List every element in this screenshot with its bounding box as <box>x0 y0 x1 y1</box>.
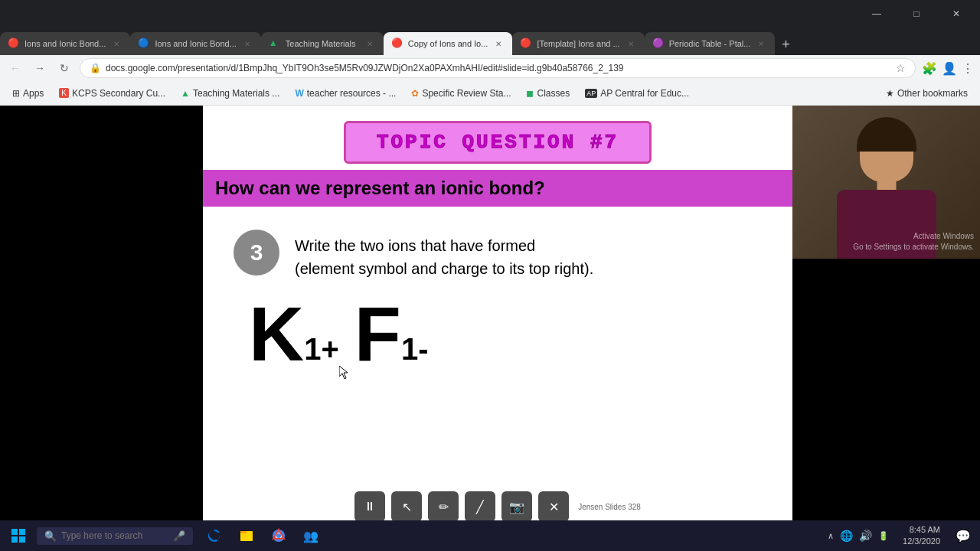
star-icon[interactable]: ☆ <box>896 62 906 74</box>
system-tray: ∧ 🌐 🔊 🔋 8:45 AM 12/3/2020 💬 <box>823 522 977 549</box>
taskbar-chrome-icon[interactable] <box>263 522 294 549</box>
close-toolbar-button[interactable]: ✕ <box>538 491 569 522</box>
presentation-toolbar: ⏸ ↖ ✏ ╱ 📷 ✕ Jensen Slides 328 <box>203 491 792 522</box>
address-text[interactable]: docs.google.com/presentation/d/1BmpJhq_Y… <box>106 63 891 73</box>
ion1-symbol: K <box>249 295 304 372</box>
microphone-icon[interactable]: 🎤 <box>173 530 185 542</box>
tray-network-icon[interactable]: 🌐 <box>840 530 853 542</box>
tab-1-favicon: 🔴 <box>8 37 20 50</box>
tab-1-title: Ions and Ionic Bond... <box>24 39 106 48</box>
pause-icon: ⏸ <box>364 500 376 514</box>
taskbar-edge-icon[interactable] <box>199 522 230 549</box>
bookmark-teacher-label: teacher resources - ... <box>307 88 397 99</box>
tab-3[interactable]: ▲ Teaching Materials ✕ <box>261 32 384 55</box>
reload-button[interactable]: ↻ <box>55 59 74 77</box>
back-button[interactable]: ← <box>6 59 24 77</box>
topic-header: TOPIC QUESTION #7 <box>377 131 619 154</box>
line-button[interactable]: ╱ <box>465 491 495 522</box>
windows-logo-icon <box>11 529 25 543</box>
activate-windows-watermark: Activate Windows Go to Settings to activ… <box>853 231 974 253</box>
line-icon: ╱ <box>476 500 484 514</box>
tray-battery-icon[interactable]: 🔋 <box>878 531 889 541</box>
tray-up-arrow-icon[interactable]: ∧ <box>828 531 834 541</box>
webcam-feed: Activate Windows Go to Settings to activ… <box>792 106 980 259</box>
address-bar-row: ← → ↻ 🔒 docs.google.com/presentation/d/1… <box>0 55 980 81</box>
slide-content: TOPIC QUESTION #7 How can we represent a… <box>203 106 792 551</box>
taskbar-search-input[interactable] <box>61 530 168 541</box>
forward-button[interactable]: → <box>31 59 49 77</box>
step-circle: 3 <box>234 230 279 276</box>
ion2-symbol: F <box>354 295 401 372</box>
teaching-icon: ▲ <box>181 88 190 99</box>
tab-3-title: Teaching Materials <box>286 39 359 48</box>
teacher-resources-icon: W <box>295 88 303 99</box>
tab-6-favicon: 🟣 <box>652 37 665 50</box>
tab-5-close[interactable]: ✕ <box>625 37 637 50</box>
sidebar-right: Activate Windows Go to Settings to activ… <box>792 106 980 551</box>
activate-windows-line1: Activate Windows <box>853 231 974 242</box>
bookmark-apps[interactable]: ⊞ Apps <box>6 86 50 100</box>
maximize-button[interactable]: □ <box>899 0 934 28</box>
tab-5-favicon: 🔴 <box>520 37 532 50</box>
specific-review-icon: ✿ <box>411 88 419 99</box>
tab-3-favicon: ▲ <box>269 37 281 50</box>
apps-icon: ⊞ <box>12 88 20 99</box>
bookmarks-bar: ⊞ Apps K KCPS Secondary Cu... ▲ Teaching… <box>0 81 980 106</box>
svg-rect-2 <box>19 529 25 535</box>
pause-button[interactable]: ⏸ <box>354 491 385 522</box>
bookmark-classes[interactable]: ◼ Classes <box>520 86 576 100</box>
classes-icon: ◼ <box>526 88 534 99</box>
menu-icon[interactable]: ⋮ <box>962 61 974 76</box>
pointer-icon: ↖ <box>402 500 412 514</box>
taskbar-clock[interactable]: 8:45 AM 12/3/2020 <box>897 524 946 548</box>
other-bookmarks-icon: ★ <box>886 88 894 99</box>
profile-icon[interactable]: 👤 <box>942 61 957 76</box>
taskbar-explorer-icon[interactable] <box>231 522 262 549</box>
tray-volume-icon[interactable]: 🔊 <box>859 530 872 542</box>
bookmark-kcps[interactable]: K KCPS Secondary Cu... <box>53 86 172 100</box>
pointer-button[interactable]: ↖ <box>391 491 422 522</box>
svg-rect-4 <box>19 536 25 543</box>
start-button[interactable] <box>3 522 34 549</box>
taskbar-teams-icon[interactable]: 👥 <box>296 522 326 549</box>
tab-3-close[interactable]: ✕ <box>364 37 376 50</box>
tab-5[interactable]: 🔴 [Template] Ions and ... ✕ <box>512 32 644 55</box>
sidebar-left <box>0 106 203 551</box>
tab-4-title: Copy of Ions and Io... <box>408 39 488 48</box>
activate-windows-line2: Go to Settings to activate Windows. <box>853 242 974 253</box>
bookmark-other[interactable]: ★ Other bookmarks <box>880 86 974 100</box>
tab-6-close[interactable]: ✕ <box>755 37 767 50</box>
taskbar-search-box[interactable]: 🔍 🎤 <box>37 527 193 545</box>
question-banner: How can we represent an ionic bond? <box>203 170 792 207</box>
camera-button[interactable]: 📷 <box>501 491 532 522</box>
close-toolbar-icon: ✕ <box>549 500 559 514</box>
tab-1[interactable]: 🔴 Ions and Ionic Bond... ✕ <box>0 32 130 55</box>
close-button[interactable]: ✕ <box>939 0 974 28</box>
bookmark-specific-label: Specific Review Sta... <box>422 88 511 99</box>
tab-4[interactable]: 🔴 Copy of Ions and Io... ✕ <box>384 32 513 55</box>
formula-area: K 1+ F 1- <box>203 288 792 372</box>
new-tab-button[interactable]: + <box>775 34 796 55</box>
bookmark-apps-label: Apps <box>23 88 44 99</box>
tab-2-close[interactable]: ✕ <box>241 37 253 50</box>
presentation-area: TOPIC QUESTION #7 How can we represent a… <box>203 106 792 551</box>
tab-4-close[interactable]: ✕ <box>492 37 505 50</box>
bookmark-specific-review[interactable]: ✿ Specific Review Sta... <box>405 86 517 100</box>
bookmark-teacher-resources[interactable]: W teacher resources - ... <box>289 86 402 100</box>
camera-icon: 📷 <box>509 500 524 514</box>
toolbar-label: Jensen Slides 328 <box>578 503 641 511</box>
tab-6[interactable]: 🟣 Periodic Table - Ptal... ✕ <box>645 32 776 55</box>
taskbar: 🔍 🎤 <box>0 520 980 551</box>
extensions-icon[interactable]: 🧩 <box>922 61 937 76</box>
pen-button[interactable]: ✏ <box>428 491 459 522</box>
bookmark-teaching[interactable]: ▲ Teaching Materials ... <box>175 86 286 100</box>
tab-2[interactable]: 🔵 Ions and Ionic Bond... ✕ <box>130 32 260 55</box>
tab-4-favicon: 🔴 <box>391 37 403 50</box>
bookmark-teaching-label: Teaching Materials ... <box>193 88 279 99</box>
taskbar-date-display: 12/3/2020 <box>903 536 940 547</box>
minimize-button[interactable]: — <box>859 0 894 28</box>
notifications-button[interactable]: 💬 <box>949 522 977 549</box>
tray-icons: ∧ 🌐 🔊 🔋 <box>823 530 893 542</box>
tab-1-close[interactable]: ✕ <box>110 37 122 50</box>
bookmark-ap-central[interactable]: AP AP Central for Educ... <box>579 86 695 100</box>
